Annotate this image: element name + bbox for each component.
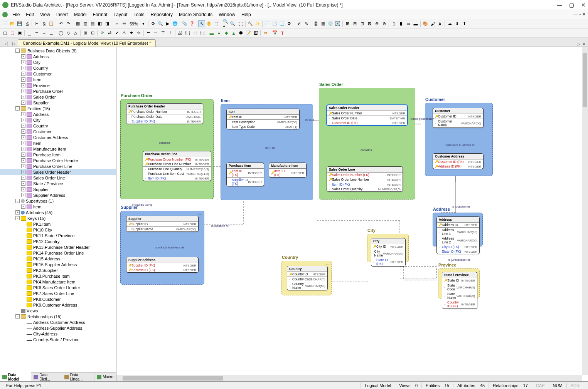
- tree-node[interactable]: PK10.City: [0, 227, 116, 233]
- ent2-icon[interactable]: ▣: [16, 30, 23, 37]
- sidetab-data-model[interactable]: Data Model: [0, 372, 31, 382]
- layout1-icon[interactable]: ⊞: [344, 20, 351, 27]
- doc3-icon[interactable]: 📃: [278, 20, 285, 27]
- tree-node[interactable]: +State / Province: [0, 181, 116, 186]
- color2-icon[interactable]: 🖌: [429, 20, 436, 27]
- tree-node[interactable]: PK1.Item: [0, 221, 116, 227]
- repo3-icon[interactable]: ⬆: [461, 20, 468, 27]
- print-icon[interactable]: 🖨: [24, 20, 30, 27]
- tool-c[interactable]: ▤: [89, 20, 96, 27]
- hier4-icon[interactable]: ⿹: [199, 30, 206, 37]
- maximize-button[interactable]: ▢: [569, 2, 574, 8]
- copy-icon[interactable]: ⎘: [40, 20, 47, 27]
- tree-node[interactable]: +Purchase Order Line: [0, 163, 116, 169]
- tab-next[interactable]: ▷: [11, 40, 17, 47]
- gear-icon[interactable]: ⚙: [286, 20, 293, 27]
- reload-icon[interactable]: ⟳: [99, 30, 106, 37]
- tree-node[interactable]: +City: [0, 117, 116, 123]
- entity-customer[interactable]: Customer🔑Customer IDINTEGER◦Customer Nam…: [433, 108, 484, 128]
- tree-node[interactable]: +Attributes (45): [0, 210, 116, 215]
- menu-repository[interactable]: Repository: [148, 11, 176, 18]
- shape3-icon[interactable]: △: [72, 30, 79, 37]
- tool-e[interactable]: ◨: [104, 20, 111, 27]
- minimize-icon[interactable]: —: [307, 106, 310, 110]
- mdi-restore[interactable]: ▫: [579, 12, 581, 17]
- disk2-icon[interactable]: 💽: [334, 20, 341, 27]
- tree-node[interactable]: +Sales Order Header: [0, 169, 116, 175]
- tab-scroll-right[interactable]: ▷: [577, 42, 580, 47]
- zoom-fit-icon[interactable]: ⛶: [237, 20, 244, 27]
- pencil-icon[interactable]: ✎: [303, 20, 310, 27]
- tree-node[interactable]: Country-State / Province: [0, 337, 116, 342]
- tree-node[interactable]: Address-Customer Address: [0, 319, 116, 325]
- tree-node[interactable]: -Entities (15): [0, 106, 116, 111]
- tab-prev[interactable]: ◁: [3, 40, 9, 47]
- tree-node[interactable]: PK6.Sales Order Header: [0, 285, 116, 290]
- db-icon[interactable]: 🗄: [312, 20, 319, 27]
- shape1-icon[interactable]: ◯: [57, 30, 64, 37]
- menu-format[interactable]: Format: [90, 11, 111, 18]
- menu-model[interactable]: Model: [71, 11, 90, 18]
- repo2-icon[interactable]: ⬇: [453, 20, 460, 27]
- menu-edit[interactable]: Edit: [23, 11, 37, 18]
- tree-node[interactable]: PK11.State / Province: [0, 233, 116, 238]
- warn-icon[interactable]: ⚠: [121, 30, 128, 37]
- zoom-in-icon[interactable]: 🔍+: [222, 20, 229, 27]
- stack-icon[interactable]: ☰: [121, 20, 128, 27]
- entity-city[interactable]: City🔑City IDINTEGER◦City NameVARCHAR(50)…: [371, 238, 406, 267]
- tool-a[interactable]: ▦: [74, 20, 81, 27]
- align3-icon[interactable]: ▭: [405, 20, 412, 27]
- minimize-icon[interactable]: —: [409, 90, 413, 94]
- layout6-icon[interactable]: ⊖: [381, 20, 388, 27]
- align1-icon[interactable]: ▯: [390, 20, 397, 27]
- tree-node[interactable]: -Keys (15): [0, 215, 116, 221]
- tree-node[interactable]: PK9.Customer Address: [0, 302, 116, 308]
- layers-icon[interactable]: ≡: [113, 20, 120, 27]
- disk-icon[interactable]: 💿: [327, 20, 334, 27]
- align2-icon[interactable]: ▮: [398, 20, 404, 27]
- entity-country[interactable]: Country🔑Country IDINTEGER◦Country CodeCH…: [287, 266, 328, 290]
- play-icon[interactable]: ▶: [164, 20, 171, 27]
- color1-icon[interactable]: 🎨: [422, 20, 429, 27]
- tree-node[interactable]: +Address: [0, 111, 116, 117]
- tab-close[interactable]: ✕: [582, 42, 586, 47]
- tree3-icon[interactable]: ⊤: [160, 30, 167, 37]
- tree-node[interactable]: Views: [0, 308, 116, 314]
- tree-node[interactable]: City-Address: [0, 331, 116, 337]
- tree-node[interactable]: +City: [0, 59, 116, 65]
- sidetab-data-lineage[interactable]: Data Linea...: [62, 372, 95, 382]
- menu-file[interactable]: File: [9, 11, 23, 18]
- entity-purchase-item[interactable]: Purchase Item🔑Item ID (FK)INTEGER◦Suppli…: [226, 163, 264, 186]
- vertical-scrollbar[interactable]: [582, 47, 588, 375]
- redo-icon[interactable]: ↷: [65, 20, 72, 27]
- cut-icon[interactable]: ✂: [33, 20, 40, 27]
- tree-node[interactable]: +Supplier Address: [0, 192, 116, 198]
- entity-state-province[interactable]: State / Province🔑State IDINTEGER◦State C…: [442, 272, 477, 309]
- minimize-button[interactable]: —: [557, 2, 562, 8]
- check-icon[interactable]: ✔: [295, 20, 302, 27]
- tree-node[interactable]: +Sales Order: [0, 94, 116, 100]
- layout5-icon[interactable]: ⊕: [373, 20, 380, 27]
- tree-node[interactable]: +Manufacture Item: [0, 146, 116, 152]
- tree-node[interactable]: PK4.Manufacture Item: [0, 279, 116, 285]
- entity-manufacture-item[interactable]: Manufacture Item🔑Item ID (FK)INTEGER: [269, 163, 307, 178]
- entity-item[interactable]: Item🔑Item IDINTEGER◦Item DescriptionVARC…: [226, 109, 300, 129]
- sidetab-data-dict[interactable]: Data Dicti...: [31, 372, 62, 382]
- tree-node[interactable]: PK2.Supplier: [0, 267, 116, 273]
- hammer-icon[interactable]: 🔨: [247, 20, 254, 27]
- align4-icon[interactable]: ▬: [412, 20, 419, 27]
- attach-icon[interactable]: 📎: [181, 20, 188, 27]
- repo1-icon[interactable]: ☁: [446, 20, 453, 27]
- entity-supplier-address[interactable]: Supplier Address🔑Supplier ID (FK)INTEGER…: [126, 257, 199, 273]
- tree-node[interactable]: PK7.Sales Order Line: [0, 290, 116, 296]
- check2-icon[interactable]: ✔: [113, 30, 120, 37]
- tree-node[interactable]: +Purchase Order: [0, 88, 116, 94]
- scrollbar-thumb[interactable]: [583, 53, 587, 107]
- tree4-icon[interactable]: ⊥: [167, 30, 174, 37]
- hand-icon[interactable]: ✋: [206, 20, 212, 27]
- rel2-icon[interactable]: ⎻: [33, 30, 40, 37]
- tree-node[interactable]: -Supertypes (1): [0, 198, 116, 204]
- menu-help[interactable]: Help: [238, 11, 254, 18]
- refresh-icon[interactable]: ⟳: [150, 20, 157, 27]
- tree-node[interactable]: PK16.Supplier Address: [0, 262, 116, 267]
